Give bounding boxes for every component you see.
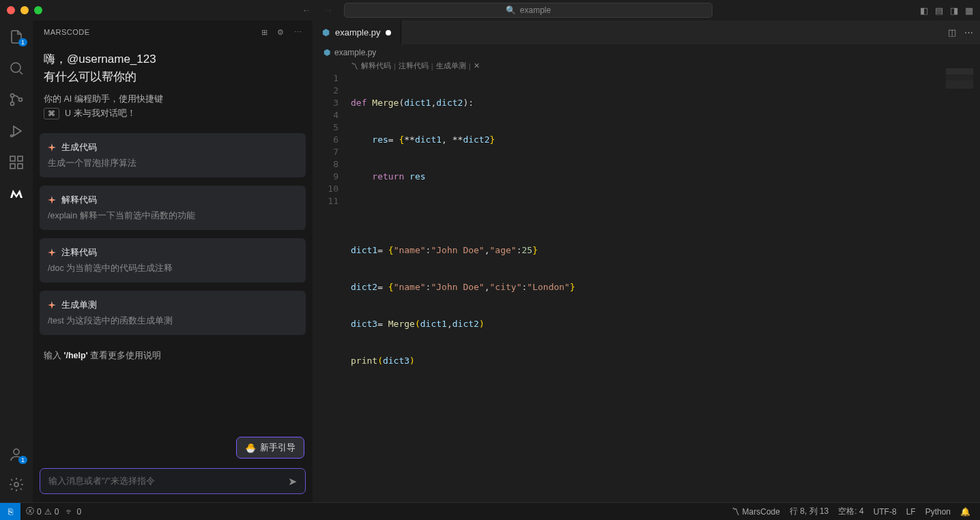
shortcut-key: ⌘	[44, 108, 59, 119]
codelens: 〽 解释代码 | 注释代码 | 生成单测 | ✕	[313, 61, 980, 71]
chat-placeholder: 输入消息或者"/"来选择指令	[48, 475, 155, 487]
send-icon[interactable]: ➤	[288, 475, 297, 488]
codelens-test[interactable]: 生成单测	[436, 61, 466, 71]
sidebar-header: MARSCODE ⊞ ⚙ ⋯	[33, 20, 313, 44]
ports-status[interactable]: ᯤ0	[66, 507, 81, 517]
editor-tabs: ⬢ example.py ◫ ⋯	[313, 20, 980, 44]
error-icon: ⓧ	[26, 506, 34, 517]
maximize-window[interactable]	[34, 6, 42, 14]
greeting-line-2: 有什么可以帮你的	[44, 68, 302, 86]
close-window[interactable]	[7, 6, 15, 14]
python-file-icon: ⬢	[322, 27, 330, 38]
chat-input[interactable]: 输入消息或者"/"来选择指令 ➤	[40, 468, 306, 494]
card-title: 注释代码	[61, 246, 97, 259]
card-desc: 生成一个冒泡排序算法	[48, 158, 298, 169]
svg-rect-6	[10, 164, 15, 169]
sparkle-icon	[48, 248, 56, 257]
nav-back-icon[interactable]: ←	[302, 5, 311, 16]
notifications-icon[interactable]: 🔔	[960, 507, 970, 517]
python-file-icon: ⬢	[323, 48, 330, 57]
card-title: 生成单测	[61, 299, 97, 311]
sparkle-icon	[48, 301, 56, 309]
toggle-primary-sidebar-icon[interactable]: ◧	[920, 5, 928, 16]
status-bar: ⎘ ⓧ0 ⚠0 ᯤ0 〽MarsCode 行 8, 列 13 空格: 4 UTF…	[0, 502, 980, 520]
antenna-icon: ᯤ	[66, 507, 74, 517]
toggle-secondary-sidebar-icon[interactable]: ◨	[950, 5, 958, 16]
greeting-shortcut: ⌘ U 来与我对话吧！	[33, 105, 313, 129]
editor-pane: ⬢ example.py ◫ ⋯ ⬢ example.py 〽 解释代码 | 注…	[313, 20, 980, 502]
sidebar-title: MARSCODE	[44, 28, 90, 36]
codelens-doc[interactable]: 注释代码	[399, 61, 429, 71]
suggestion-card-generate[interactable]: 生成代码 生成一个冒泡排序算法	[40, 133, 306, 177]
svg-point-10	[14, 482, 18, 487]
marscode-status[interactable]: 〽MarsCode	[732, 507, 780, 517]
card-desc: /test 为这段选中的函数生成单测	[48, 315, 298, 327]
new-chat-icon[interactable]: ⊞	[261, 28, 268, 37]
marscode-logo-icon: 〽	[732, 507, 740, 517]
nav-forward-icon[interactable]: →	[323, 5, 333, 16]
svg-rect-8	[18, 156, 23, 161]
svg-point-0	[11, 63, 20, 72]
search-icon[interactable]	[8, 60, 25, 76]
greeting: 嗨，@username_123 有什么可以帮你的	[33, 44, 313, 89]
tab-more-icon[interactable]: ⋯	[964, 27, 973, 38]
newbie-guide-button[interactable]: 🐣 新手引导	[236, 437, 304, 459]
minimap[interactable]	[946, 68, 973, 89]
marscode-icon[interactable]	[8, 186, 25, 202]
svg-point-3	[19, 98, 23, 102]
svg-point-2	[11, 102, 14, 106]
warning-icon: ⚠	[44, 507, 52, 517]
breadcrumb[interactable]: ⬢ example.py	[313, 44, 980, 61]
search-icon: 🔍	[506, 5, 516, 15]
guide-emoji-icon: 🐣	[245, 443, 256, 453]
language-mode[interactable]: Python	[925, 507, 951, 517]
explorer-icon[interactable]: 1	[8, 29, 25, 45]
suggestion-card-test[interactable]: 生成单测 /test 为这段选中的函数生成单测	[40, 291, 306, 335]
shortcut-text: U 来与我对话吧！	[65, 108, 136, 119]
account-icon[interactable]: 1	[8, 446, 25, 463]
command-center[interactable]: 🔍 example	[344, 3, 712, 18]
source-control-icon[interactable]	[8, 91, 25, 108]
help-hint: 输入 '/help' 查看更多使用说明	[33, 339, 313, 373]
layout-controls: ◧ ▤ ◨ ▦	[920, 5, 973, 16]
marscode-lens-icon: 〽	[351, 62, 358, 70]
cursor-position[interactable]: 行 8, 列 13	[790, 506, 828, 517]
more-icon[interactable]: ⋯	[294, 28, 302, 37]
svg-rect-7	[18, 164, 23, 169]
run-debug-icon[interactable]	[8, 123, 25, 139]
customize-layout-icon[interactable]: ▦	[965, 5, 973, 16]
account-badge: 1	[18, 456, 27, 464]
remote-indicator[interactable]: ⎘	[0, 503, 20, 521]
breadcrumb-file: example.py	[334, 48, 376, 57]
problems-status[interactable]: ⓧ0 ⚠0	[26, 506, 59, 517]
sparkle-icon	[48, 143, 56, 151]
svg-point-1	[11, 94, 14, 98]
command-center-text: example	[520, 5, 551, 15]
guide-label: 新手引导	[260, 442, 296, 454]
svg-point-9	[14, 449, 19, 454]
window-controls	[7, 6, 42, 14]
card-title: 生成代码	[61, 141, 97, 154]
nav-arrows: ← →	[302, 5, 333, 16]
split-editor-icon[interactable]: ◫	[948, 27, 956, 38]
toggle-panel-icon[interactable]: ▤	[935, 5, 943, 16]
code-content[interactable]: def Merge(dict1,dict2): res= {**dict1, *…	[351, 72, 980, 502]
line-gutter: 1234567891011	[313, 72, 351, 502]
codelens-explain[interactable]: 解释代码	[361, 61, 391, 71]
code-editor[interactable]: 1234567891011 def Merge(dict1,dict2): re…	[313, 71, 980, 502]
extensions-icon[interactable]	[8, 154, 25, 171]
suggestion-card-explain[interactable]: 解释代码 /explain 解释一下当前选中函数的功能	[40, 186, 306, 230]
card-desc: /doc 为当前选中的代码生成注释	[48, 263, 298, 274]
eol-status[interactable]: LF	[906, 507, 916, 517]
suggestion-card-doc[interactable]: 注释代码 /doc 为当前选中的代码生成注释	[40, 238, 306, 283]
sparkle-icon	[48, 196, 56, 204]
indentation-status[interactable]: 空格: 4	[838, 506, 863, 517]
tab-example-py[interactable]: ⬢ example.py	[313, 20, 401, 44]
encoding-status[interactable]: UTF-8	[874, 507, 897, 517]
activity-bar: 1 1	[0, 20, 33, 502]
minimize-window[interactable]	[20, 6, 29, 14]
tab-label: example.py	[335, 27, 380, 38]
codelens-close-icon[interactable]: ✕	[474, 61, 480, 70]
settings-icon[interactable]	[8, 476, 25, 493]
filter-icon[interactable]: ⚙	[277, 28, 285, 37]
